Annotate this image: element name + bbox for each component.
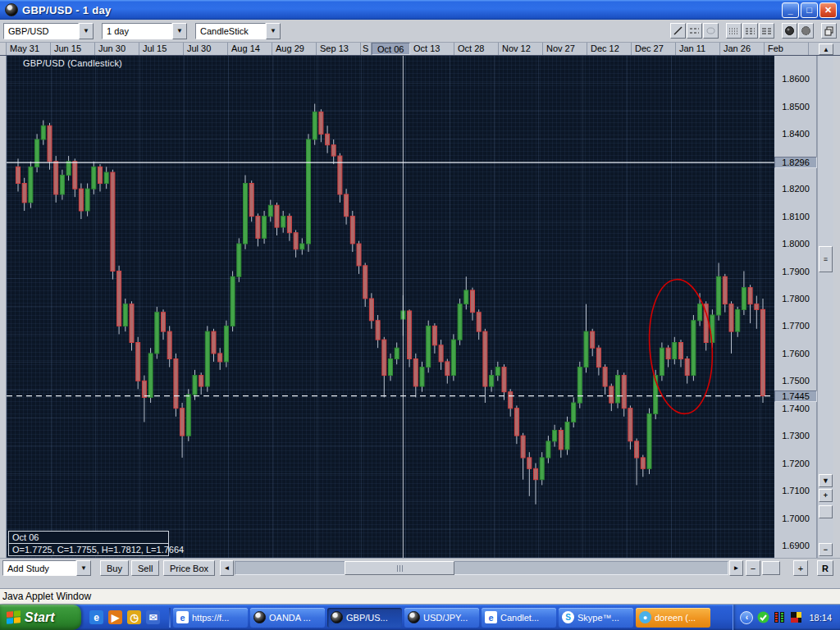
skype-status-icon[interactable] xyxy=(757,611,769,623)
hline-tool-icon[interactable] xyxy=(687,23,702,39)
taskbar-clock: 18:14 xyxy=(809,613,832,623)
pair-dropdown-value: GBP/USD xyxy=(3,23,79,39)
date-tick[interactable]: Oct 28 xyxy=(454,43,499,55)
horizontal-zoom-in-button[interactable]: + xyxy=(793,560,808,576)
date-tick[interactable]: Jan 26 xyxy=(720,43,765,55)
date-axis[interactable]: May 31Jun 15Jun 30Jul 15Jul 30Aug 14Aug … xyxy=(0,43,840,56)
date-tick[interactable]: Dec 27 xyxy=(632,43,676,55)
vertical-zoom-in-button[interactable]: + xyxy=(819,489,833,502)
taskbar-button-label: Candlet... xyxy=(500,613,539,623)
date-tick[interactable]: S xyxy=(361,43,372,55)
taskbar-button[interactable]: eCandlet... xyxy=(482,608,556,628)
horizontal-zoom-out-button[interactable]: − xyxy=(746,560,760,576)
date-tick[interactable]: Jun 30 xyxy=(95,43,139,55)
vertical-scrollbar-thumb[interactable]: ≡ xyxy=(819,246,833,272)
taskbar-button-label: doreen (... xyxy=(655,613,696,623)
price-tick: 1.7800 xyxy=(774,294,817,304)
horizontal-zoom-slider[interactable] xyxy=(762,561,780,575)
pair-dropdown[interactable]: GBP/USD ▼ xyxy=(3,23,94,39)
tray-app-icon[interactable] xyxy=(790,611,802,623)
taskbar-button-label: GBP/US... xyxy=(346,613,388,623)
taskbar-button[interactable]: SSkype™... xyxy=(559,608,633,628)
solid-circle-icon[interactable] xyxy=(782,23,797,39)
date-tick[interactable]: Jan 11 xyxy=(676,43,720,55)
taskbar-button[interactable]: USD/JPY... xyxy=(404,608,479,628)
maximize-button[interactable]: □ xyxy=(801,2,818,18)
grid-dashes-icon[interactable] xyxy=(742,23,758,39)
chevron-down-icon[interactable]: ▼ xyxy=(172,23,187,39)
horizontal-scrollbar-thumb[interactable] xyxy=(345,561,454,575)
chevron-down-icon[interactable]: ▼ xyxy=(266,23,281,39)
date-tick[interactable]: Sep 13 xyxy=(317,43,361,55)
charttype-dropdown-value: CandleStick xyxy=(195,23,266,39)
date-tick[interactable]: Feb xyxy=(765,43,809,55)
chevron-down-icon[interactable]: ▼ xyxy=(79,23,94,39)
line-tool-icon[interactable] xyxy=(670,23,686,39)
taskbar-button[interactable]: ehttps://f... xyxy=(173,608,248,628)
minimize-button[interactable]: _ xyxy=(782,2,799,18)
taskbar-button[interactable]: ●doreen (... xyxy=(636,608,710,628)
price-box-button[interactable]: Price Box xyxy=(163,560,215,576)
scroll-up-button[interactable]: ▲ xyxy=(819,43,833,55)
price-tick: 1.7000 xyxy=(774,514,817,523)
taskbar-button[interactable]: GBP/US... xyxy=(327,608,402,628)
clock-icon[interactable]: ◷ xyxy=(127,610,141,624)
scroll-left-button[interactable]: ◄ xyxy=(220,560,234,576)
scroll-right-button[interactable]: ► xyxy=(729,560,743,576)
date-tick[interactable]: Jul 15 xyxy=(139,43,184,55)
hide-icons-chevron-icon[interactable]: ‹ xyxy=(740,611,753,624)
date-tick[interactable]: Jul 30 xyxy=(184,43,228,55)
date-tick[interactable]: Nov 12 xyxy=(499,43,543,55)
mail-icon[interactable]: ✉ xyxy=(146,610,160,624)
ie-icon[interactable]: e xyxy=(89,610,103,624)
right-border xyxy=(833,56,840,558)
interval-dropdown[interactable]: 1 day ▼ xyxy=(102,23,187,39)
vertical-zoom-slider[interactable] xyxy=(819,505,833,518)
chat-icon: ● xyxy=(639,611,651,623)
chart-toolbar: GBP/USD ▼ 1 day ▼ CandleStick ▼ xyxy=(0,20,840,43)
quick-launch-bar: e▶◷✉ xyxy=(81,610,167,624)
meter-icon[interactable] xyxy=(774,611,786,623)
taskbar-button-label: OANDA ... xyxy=(269,613,311,623)
info-date: Oct 06 xyxy=(9,532,168,544)
vertical-scrollbar[interactable]: ≡ ▼ + − xyxy=(817,56,833,558)
close-button[interactable]: ✕ xyxy=(819,2,837,18)
date-tick[interactable]: Jun 15 xyxy=(51,43,95,55)
candlestick-plot[interactable]: GBP/USD (Candlestick) Oct 06 O=1.7725, C… xyxy=(7,56,774,558)
date-tick-selected[interactable]: Oct 06 xyxy=(372,43,410,55)
sphere-icon xyxy=(408,611,420,623)
current-price-label: 1.7445 xyxy=(774,390,817,402)
date-tick[interactable]: Aug 14 xyxy=(228,43,272,55)
page-icon: e xyxy=(485,611,497,623)
date-tick[interactable]: Nov 27 xyxy=(543,43,587,55)
date-tick[interactable]: May 31 xyxy=(7,43,51,55)
cascade-windows-icon[interactable] xyxy=(821,23,837,39)
dotted-circle-icon[interactable] xyxy=(798,23,814,39)
date-tick[interactable]: Oct 13 xyxy=(410,43,454,55)
taskbar-button[interactable]: OANDA ... xyxy=(250,608,325,628)
start-button[interactable]: Start xyxy=(0,605,81,630)
chevron-down-icon[interactable]: ▼ xyxy=(76,560,91,576)
app-icon xyxy=(5,3,18,16)
horizontal-scrollbar[interactable] xyxy=(235,561,728,575)
grid-lines-icon[interactable] xyxy=(759,23,774,39)
buy-button[interactable]: Buy xyxy=(100,560,129,576)
sell-button[interactable]: Sell xyxy=(131,560,159,576)
vertical-zoom-out-button[interactable]: − xyxy=(819,543,833,556)
date-tick[interactable]: Dec 12 xyxy=(587,43,632,55)
price-axis[interactable]: 1.86001.85001.84001.83001.82001.81001.80… xyxy=(774,56,817,558)
add-study-dropdown[interactable]: Add Study ▼ xyxy=(2,560,91,577)
taskbar-button-label: USD/JPY... xyxy=(423,613,468,623)
media-player-icon[interactable]: ▶ xyxy=(108,610,122,624)
taskbar: Start e▶◷✉ ehttps://f...OANDA ...GBP/US.… xyxy=(0,605,840,630)
reset-button[interactable]: R xyxy=(817,560,833,576)
date-tick[interactable]: Aug 29 xyxy=(272,43,317,55)
scroll-down-button[interactable]: ▼ xyxy=(819,474,833,487)
ellipse-tool-icon[interactable] xyxy=(703,23,719,39)
ohlc-info-box: Oct 06 O=1.7725, C=1.7755, H=1.7812, L=1… xyxy=(8,531,169,556)
price-tick: 1.6900 xyxy=(774,541,817,550)
price-tick: 1.8100 xyxy=(774,212,817,221)
charttype-dropdown[interactable]: CandleStick ▼ xyxy=(195,23,281,39)
skype-icon: S xyxy=(562,611,574,623)
grid-dots-icon[interactable] xyxy=(726,23,742,39)
